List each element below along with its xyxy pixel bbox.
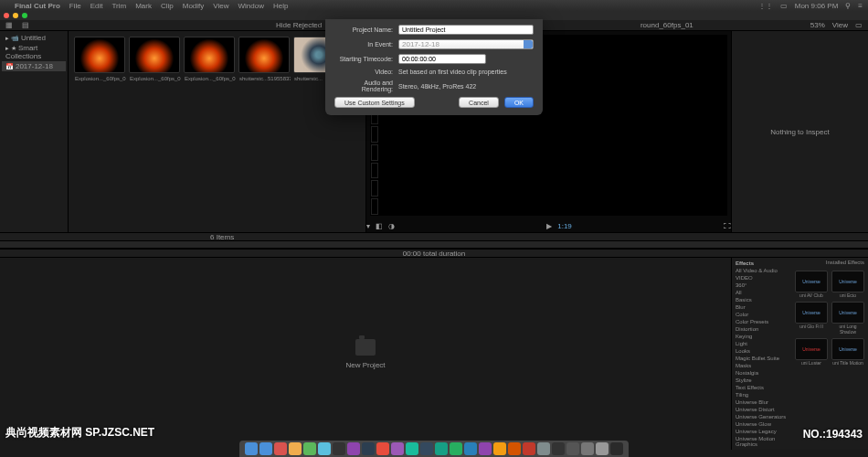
- battery-icon[interactable]: ▭: [780, 2, 788, 10]
- clock[interactable]: Mon 9:06 PM: [795, 2, 839, 10]
- dock-app-icon[interactable]: [581, 442, 594, 455]
- effect-category[interactable]: Keying: [734, 333, 789, 340]
- effect-category[interactable]: Universe Glow: [734, 420, 789, 428]
- library-icon[interactable]: ▦: [5, 21, 13, 29]
- ok-button[interactable]: OK: [504, 97, 534, 108]
- effect-category[interactable]: Distortion: [734, 325, 789, 333]
- effect-category[interactable]: Color: [734, 311, 789, 318]
- fullscreen-icon[interactable]: ⛶: [724, 222, 731, 230]
- effect-category[interactable]: Universe Distort: [734, 406, 789, 413]
- effect-category[interactable]: Looks: [734, 347, 789, 355]
- color-icon[interactable]: ◑: [388, 222, 395, 230]
- close-icon[interactable]: [4, 13, 9, 18]
- app-name[interactable]: Final Cut Pro: [15, 2, 60, 10]
- macos-dock[interactable]: [239, 441, 629, 457]
- dock-app-icon[interactable]: [435, 442, 448, 455]
- dock-app-icon[interactable]: [566, 442, 579, 455]
- effect-category[interactable]: Color Presets: [734, 318, 789, 325]
- dock-app-icon[interactable]: [450, 442, 462, 455]
- use-custom-settings-button[interactable]: Use Custom Settings: [334, 97, 415, 108]
- menu-help[interactable]: Help: [273, 2, 288, 10]
- dock-app-icon[interactable]: [245, 442, 258, 455]
- dock-app-icon[interactable]: [376, 442, 389, 455]
- effect-thumb[interactable]: Universe: [795, 302, 828, 324]
- dock-app-icon[interactable]: [610, 442, 623, 455]
- effect-category[interactable]: Universe Motion Graphics: [734, 435, 789, 448]
- hide-rejected[interactable]: Hide Rejected: [276, 21, 322, 29]
- menu-window[interactable]: Window: [238, 2, 264, 10]
- cancel-button[interactable]: Cancel: [459, 97, 499, 108]
- effect-thumb[interactable]: Universe: [795, 271, 828, 292]
- effect-thumb[interactable]: Universe: [831, 271, 864, 292]
- dock-app-icon[interactable]: [493, 442, 506, 455]
- effect-category[interactable]: 360°: [734, 282, 789, 289]
- in-event-select[interactable]: 2017-12-18: [398, 39, 534, 49]
- project-name-input[interactable]: [398, 25, 534, 35]
- sidebar-item-untitled[interactable]: ▸ 📹 Untitled: [2, 33, 66, 43]
- effect-category[interactable]: Universe Generators: [734, 413, 789, 420]
- effect-category[interactable]: All Video & Audio: [734, 267, 789, 274]
- maximize-icon[interactable]: [22, 13, 27, 18]
- scale-icon[interactable]: ▾: [366, 222, 370, 230]
- effect-category[interactable]: All: [734, 289, 789, 296]
- clip-thumb[interactable]: shutterstc...51955837: [238, 37, 290, 73]
- minimize-icon[interactable]: [13, 13, 18, 18]
- start-tc-input[interactable]: [398, 54, 486, 64]
- installed-effects-label[interactable]: Installed Effects: [791, 258, 868, 267]
- divider[interactable]: [0, 241, 868, 249]
- clip-thumb[interactable]: Explosion..._60fps_02: [184, 37, 235, 73]
- dock-app-icon[interactable]: [303, 442, 316, 455]
- effect-category[interactable]: Tiling: [734, 391, 789, 399]
- dock-app-icon[interactable]: [391, 442, 404, 455]
- dock-app-icon[interactable]: [464, 442, 477, 455]
- menu-edit[interactable]: Edit: [90, 2, 103, 10]
- effect-category[interactable]: Universe Blur: [734, 399, 789, 406]
- dock-app-icon[interactable]: [406, 442, 418, 455]
- search-icon[interactable]: ⚲: [845, 2, 851, 10]
- menu-mark[interactable]: Mark: [135, 2, 152, 10]
- effect-category[interactable]: Text Effects: [734, 384, 789, 391]
- dock-app-icon[interactable]: [420, 442, 433, 455]
- effect-category[interactable]: Masks: [734, 362, 789, 369]
- effect-category[interactable]: Magic Bullet Suite: [734, 355, 789, 362]
- sidebar-item-event[interactable]: 📅 2017-12-18: [2, 61, 66, 71]
- menu-modify[interactable]: Modify: [183, 2, 205, 10]
- menu-clip[interactable]: Clip: [161, 2, 174, 10]
- dock-app-icon[interactable]: [552, 442, 565, 455]
- dock-app-icon[interactable]: [259, 442, 272, 455]
- wifi-icon[interactable]: ⋮⋮: [758, 2, 773, 10]
- dock-app-icon[interactable]: [333, 442, 345, 455]
- effect-category[interactable]: Basics: [734, 296, 789, 303]
- share-icon[interactable]: ▭: [855, 21, 863, 29]
- clip-thumb[interactable]: Explosion..._60fps_03: [129, 37, 180, 73]
- dock-app-icon[interactable]: [596, 442, 609, 455]
- tool-icon[interactable]: ◧: [376, 222, 383, 230]
- view-menu[interactable]: View: [832, 21, 848, 29]
- clip-thumb[interactable]: Explosion..._60fps_01: [74, 37, 125, 73]
- dock-app-icon[interactable]: [289, 442, 302, 455]
- dock-app-icon[interactable]: [479, 442, 492, 455]
- menu-view[interactable]: View: [213, 2, 228, 10]
- media-icon[interactable]: ▤: [22, 21, 29, 29]
- dock-app-icon[interactable]: [274, 442, 287, 455]
- effect-category[interactable]: Light: [734, 340, 789, 347]
- effect-category[interactable]: Universe Legacy: [734, 428, 789, 435]
- menu-trim[interactable]: Trim: [111, 2, 126, 10]
- menu-icon[interactable]: ≡: [858, 2, 863, 10]
- timeline[interactable]: New Project: [0, 258, 731, 450]
- play-icon[interactable]: ▶: [546, 222, 552, 230]
- clapperboard-icon[interactable]: [355, 339, 376, 356]
- effect-category[interactable]: VIDEO: [734, 274, 789, 282]
- effect-thumb[interactable]: Universe: [831, 338, 864, 360]
- dock-app-icon[interactable]: [347, 442, 360, 455]
- effect-category[interactable]: Nostalgia: [734, 369, 789, 377]
- zoom-level[interactable]: 53%: [810, 21, 825, 29]
- menu-file[interactable]: File: [69, 2, 81, 10]
- dock-app-icon[interactable]: [537, 442, 550, 455]
- effect-category[interactable]: Blur: [734, 303, 789, 311]
- dock-app-icon[interactable]: [318, 442, 331, 455]
- dock-app-icon[interactable]: [508, 442, 521, 455]
- dock-app-icon[interactable]: [362, 442, 375, 455]
- effect-category[interactable]: Stylize: [734, 377, 789, 384]
- effect-thumb[interactable]: Universe: [831, 302, 864, 324]
